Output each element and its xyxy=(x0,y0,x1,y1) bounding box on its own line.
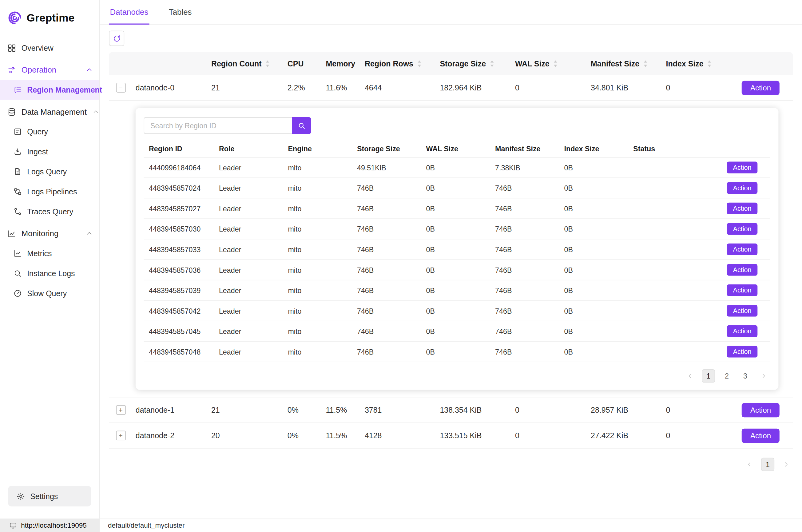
index-size-value: 0 xyxy=(666,431,670,440)
sidebar-item-logs-query[interactable]: Logs Query xyxy=(0,162,99,182)
region-action-button[interactable]: Action xyxy=(727,182,758,194)
storage-size-value: 746B xyxy=(357,184,374,192)
sidebar-item-label: Logs Pipelines xyxy=(27,187,77,196)
tab-label: Tables xyxy=(169,7,192,17)
region-action-button[interactable]: Action xyxy=(727,162,758,173)
column-header-storage_size[interactable]: Storage Size xyxy=(440,59,515,68)
datanodes-table-header: Region CountCPUMemoryRegion RowsStorage … xyxy=(109,52,793,75)
region-column-header-storage-size: Storage Size xyxy=(352,145,421,153)
search-icon xyxy=(298,122,305,130)
connection-url[interactable]: http://localhost:19095 xyxy=(0,519,100,532)
pagination-page-2[interactable]: 2 xyxy=(720,369,733,383)
region-action-button[interactable]: Action xyxy=(727,284,758,296)
sort-icon[interactable] xyxy=(417,59,422,68)
refresh-button[interactable] xyxy=(109,31,124,46)
column-header-memory: Memory xyxy=(326,59,364,68)
action-label: Action xyxy=(750,432,771,440)
pagination-next[interactable] xyxy=(780,458,793,471)
sort-icon[interactable] xyxy=(490,59,495,68)
index-size-value: 0B xyxy=(564,184,573,192)
brand-logo[interactable]: Greptime xyxy=(0,7,99,38)
storage-size-value: 746B xyxy=(357,307,374,315)
tab-datanodes[interactable]: Datanodes xyxy=(109,0,149,24)
index-size-value: 0B xyxy=(564,347,573,356)
settings-button[interactable]: Settings xyxy=(8,486,91,507)
cluster-name[interactable]: default/default_mycluster xyxy=(100,519,193,532)
action-button[interactable]: Action xyxy=(742,80,780,95)
manifest-size-value: 746B xyxy=(495,286,512,294)
sidebar-item-metrics[interactable]: Metrics xyxy=(0,244,99,264)
column-header-manifest_size[interactable]: Manifest Size xyxy=(591,59,666,68)
sidebar-item-overview[interactable]: Overview xyxy=(0,38,99,58)
region-id-value: 4483945857045 xyxy=(149,327,200,336)
manifest-size-value: 746B xyxy=(495,204,512,212)
region-action-button[interactable]: Action xyxy=(727,305,758,317)
cpu-value: 0% xyxy=(288,431,299,440)
region-action-button[interactable]: Action xyxy=(727,223,758,235)
storage-size-value: 746B xyxy=(357,204,374,212)
region-count-value: 20 xyxy=(211,431,220,440)
action-button[interactable]: Action xyxy=(742,403,780,417)
region-action-button[interactable]: Action xyxy=(727,325,758,337)
search-button[interactable] xyxy=(292,117,311,134)
region-search-input[interactable] xyxy=(144,117,292,134)
sort-icon[interactable] xyxy=(553,59,558,68)
role-value: Leader xyxy=(219,225,242,233)
region-action-label: Action xyxy=(733,348,751,356)
collapse-button[interactable]: − xyxy=(116,83,126,93)
sidebar-item-logs-pipelines[interactable]: Logs Pipelines xyxy=(0,182,99,202)
sidebar: Greptime OverviewOperationRegion Managem… xyxy=(0,0,100,519)
greptime-logo-icon xyxy=(7,10,22,25)
region-action-label: Action xyxy=(733,327,751,335)
column-header-label: Region Count xyxy=(211,59,262,68)
sidebar-item-monitoring[interactable]: Monitoring xyxy=(0,224,99,244)
column-header-index_size[interactable]: Index Size xyxy=(666,59,742,68)
region-id-value: 4483945857048 xyxy=(149,347,200,356)
sidebar-item-operation[interactable]: Operation xyxy=(0,60,99,80)
sort-icon[interactable] xyxy=(643,59,648,68)
expand-button[interactable]: + xyxy=(116,405,126,415)
pagination-next[interactable] xyxy=(757,369,770,383)
region-action-button[interactable]: Action xyxy=(727,346,758,357)
region-column-header-region-id: Region ID xyxy=(144,145,214,153)
wal-size-value: 0B xyxy=(426,204,435,212)
content: Region CountCPUMemoryRegion RowsStorage … xyxy=(100,25,802,519)
column-header-wal_size[interactable]: WAL Size xyxy=(515,59,591,68)
wal-size-value: 0B xyxy=(426,225,435,233)
region-id-value: 4483945857030 xyxy=(149,225,200,233)
region-action-button[interactable]: Action xyxy=(727,264,758,276)
wal-size-value: 0B xyxy=(426,286,435,294)
pagination-prev[interactable] xyxy=(743,458,756,471)
storage-size-value: 133.515 KiB xyxy=(440,431,481,440)
status-url: http://localhost:19095 xyxy=(21,522,87,530)
pagination-page-3[interactable]: 3 xyxy=(739,369,752,383)
sort-icon[interactable] xyxy=(707,59,712,68)
column-header-region_count[interactable]: Region Count xyxy=(211,59,288,68)
role-value: Leader xyxy=(219,266,242,274)
pagination-page-1[interactable]: 1 xyxy=(702,369,715,383)
pagination-prev[interactable] xyxy=(683,369,696,383)
sidebar-item-ingest[interactable]: Ingest xyxy=(0,142,99,162)
sidebar-item-instance-logs[interactable]: Instance Logs xyxy=(0,264,99,284)
pipeline-icon xyxy=(13,187,22,196)
brand-name: Greptime xyxy=(26,12,74,24)
sort-icon[interactable] xyxy=(265,59,270,68)
sidebar-item-traces-query[interactable]: Traces Query xyxy=(0,202,99,222)
sidebar-item-slow-query[interactable]: Slow Query xyxy=(0,283,99,303)
column-header-region_rows[interactable]: Region Rows xyxy=(365,59,440,68)
gear-icon xyxy=(16,492,25,500)
region-action-button[interactable]: Action xyxy=(727,244,758,255)
wal-size-value: 0B xyxy=(426,307,435,315)
action-button[interactable]: Action xyxy=(742,429,780,443)
sidebar-item-data-management[interactable]: Data Management xyxy=(0,102,99,122)
settings-label: Settings xyxy=(30,492,58,500)
tab-tables[interactable]: Tables xyxy=(168,0,193,24)
region-action-button[interactable]: Action xyxy=(727,203,758,214)
expand-button[interactable]: + xyxy=(116,431,126,440)
sidebar-item-query[interactable]: Query xyxy=(0,122,99,142)
region-id-value: 4483945857039 xyxy=(149,286,200,294)
pagination-page-1[interactable]: 1 xyxy=(761,458,774,471)
region-action-label: Action xyxy=(733,286,751,294)
column-header-label: WAL Size xyxy=(515,59,550,68)
sidebar-item-region-management[interactable]: Region Management xyxy=(0,80,99,100)
